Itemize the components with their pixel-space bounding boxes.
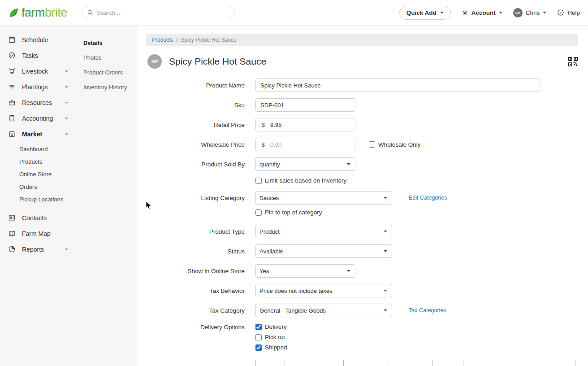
quick-add-button[interactable]: Quick Add	[399, 6, 451, 20]
tax-category-select[interactable]: General - Tangible Goods	[255, 304, 392, 317]
check-circle-icon	[8, 52, 16, 60]
tab-details[interactable]: Details	[76, 35, 137, 50]
product-type-select[interactable]: Product	[255, 225, 392, 238]
retail-price-group: $	[255, 118, 355, 131]
leaf-icon	[8, 7, 20, 18]
edit-categories-link[interactable]: Edit Categories	[409, 195, 447, 201]
product-name-input[interactable]	[255, 78, 540, 92]
sidebar-item-market-online-store[interactable]: Online Store	[0, 168, 76, 180]
topbar-right: Quick Add Account CH Chris	[399, 6, 580, 20]
sidebar-item-contacts[interactable]: Contacts	[0, 210, 76, 226]
sidebar-item-market-dashboard[interactable]: Dashboard	[0, 143, 76, 155]
tax-behavior-label: Tax Behavior	[137, 288, 245, 294]
form-row-delivery-options: Delivery Options Delivery Pick up	[137, 323, 588, 351]
product-subnav: Details Photos Product Orders Inventory …	[76, 26, 137, 366]
form-row-retail-price: Retail Price $	[137, 118, 588, 131]
title-row: SP Spicy Pickle Hot Sauce	[147, 54, 578, 69]
logo[interactable]: farmbrite	[8, 6, 67, 20]
sprout-icon	[8, 83, 16, 91]
search-box	[82, 6, 235, 19]
table-cell	[388, 360, 432, 366]
logo-text: farmbrite	[22, 6, 67, 20]
tax-categories-link[interactable]: Tax Categories	[409, 307, 446, 314]
retail-price-input[interactable]	[270, 119, 355, 131]
shipped-checkbox[interactable]	[255, 344, 262, 351]
qr-code-button[interactable]	[568, 57, 578, 66]
pin-to-top-label: Pin to top of category	[265, 209, 322, 216]
tab-product-orders[interactable]: Product Orders	[76, 65, 137, 80]
cow-icon	[8, 67, 16, 75]
breadcrumb: Products / Spicy Pickle Hot Sauce	[146, 34, 578, 46]
form-row-tax-behavior: Tax Behavior Price does not include taxe…	[137, 284, 588, 297]
breadcrumb-separator: /	[176, 37, 177, 43]
sidebar-item-tasks[interactable]: Tasks	[0, 48, 76, 63]
product-avatar: SP	[147, 54, 162, 69]
form-row-product-name: Product Name	[137, 78, 588, 92]
delivery-options-label: Delivery Options	[137, 323, 245, 331]
contacts-icon	[8, 214, 16, 222]
pie-chart-icon	[8, 245, 16, 253]
search-icon	[86, 9, 94, 18]
listing-category-select[interactable]: Sauces	[255, 191, 392, 205]
sidebar-item-market-products[interactable]: Products	[0, 155, 76, 168]
wholesale-only-checkbox[interactable]	[369, 141, 375, 148]
sidebar-item-resources[interactable]: Resources	[0, 95, 76, 110]
sidebar-item-livestock[interactable]: Livestock	[0, 63, 76, 79]
form-row-sku: Sku	[137, 98, 588, 112]
chevron-down-icon	[64, 247, 69, 252]
delivery-checkbox[interactable]	[255, 324, 262, 330]
status-select[interactable]: Available	[255, 244, 392, 258]
account-menu[interactable]: Account	[462, 9, 502, 16]
table-cell	[255, 360, 285, 366]
sidebar-item-market-orders[interactable]: Orders	[0, 180, 76, 193]
toolbox-icon	[8, 99, 16, 107]
sidebar-item-plantings[interactable]: Plantings	[0, 79, 76, 95]
wholesale-price-input[interactable]	[270, 139, 355, 150]
pin-to-top-checkbox[interactable]	[255, 209, 262, 216]
tax-category-label: Tax Category	[137, 307, 245, 314]
help-menu[interactable]: ? Help	[557, 9, 580, 16]
limit-sales-checkbox[interactable]	[255, 178, 262, 184]
sidebar-item-farm-map[interactable]: Farm Map	[0, 226, 76, 241]
limit-sales-checkbox-row: Limit sales based on Inventory	[255, 177, 588, 184]
sidebar-item-market[interactable]: Market	[0, 126, 76, 142]
chevron-down-icon	[440, 12, 444, 13]
show-in-online-store-label: Show In Online Store	[137, 268, 245, 274]
chevron-up-icon	[64, 131, 69, 136]
svg-text:?: ?	[560, 11, 562, 15]
search-input[interactable]	[82, 6, 235, 19]
chevron-down-icon	[64, 100, 69, 105]
market-submenu: Dashboard Products Online Store Orders P…	[0, 142, 76, 210]
sku-label: Sku	[137, 102, 245, 109]
retail-price-label: Retail Price	[137, 122, 245, 128]
delivery-checkbox-row: Delivery	[255, 323, 287, 330]
form-row-product-sold-by: Product Sold By quantity	[137, 157, 588, 171]
breadcrumb-products-link[interactable]: Products	[152, 37, 173, 43]
map-icon	[8, 230, 16, 238]
form-row-product-type: Product Type Product	[137, 225, 588, 238]
sku-input[interactable]	[255, 98, 355, 112]
chevron-down-icon	[64, 69, 69, 74]
product-sold-by-select[interactable]: quantity	[255, 157, 355, 171]
table-cell	[343, 360, 388, 366]
sidebar-item-reports[interactable]: Reports	[0, 241, 76, 257]
tab-inventory-history[interactable]: Inventory History	[76, 80, 137, 95]
form-row-tax-category: Tax Category General - Tangible Goods Ta…	[137, 304, 588, 317]
sidebar-item-market-pickup-locations[interactable]: Pickup Locations	[0, 193, 76, 205]
pickup-checkbox[interactable]	[255, 334, 262, 340]
sidebar-item-schedule[interactable]: Schedule	[0, 32, 76, 48]
main-content: Products / Spicy Pickle Hot Sauce SP Spi…	[137, 26, 588, 366]
user-avatar: CH	[513, 8, 523, 17]
show-in-online-store-select[interactable]: Yes	[255, 264, 355, 278]
table-cell	[432, 360, 463, 366]
listing-category-label: Listing Category	[137, 195, 245, 201]
form-row-wholesale-price: Wholesale Price $ Wholesale Only	[137, 138, 588, 151]
tab-photos[interactable]: Photos	[76, 50, 137, 65]
user-menu[interactable]: CH Chris	[513, 8, 547, 17]
product-type-label: Product Type	[137, 228, 245, 235]
product-sold-by-label: Product Sold By	[137, 161, 245, 168]
shipped-checkbox-row: Shipped	[255, 344, 287, 351]
tax-behavior-select[interactable]: Price does not include taxes	[255, 284, 392, 297]
sidebar-item-accounting[interactable]: Accounting	[0, 110, 76, 126]
chevron-down-icon	[499, 12, 502, 13]
